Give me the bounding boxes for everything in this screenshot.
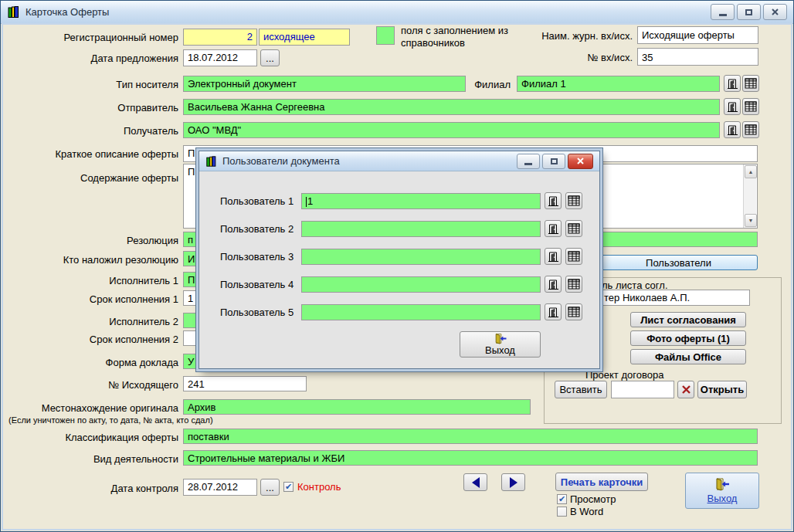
user5-field[interactable] <box>301 304 541 320</box>
control-checkbox[interactable] <box>283 482 294 492</box>
reg-direction-field[interactable]: исходящее <box>259 29 350 46</box>
close-button[interactable] <box>763 4 787 20</box>
table-icon <box>745 124 757 135</box>
door-icon <box>727 78 738 90</box>
office-files-button[interactable]: Файлы Office <box>630 349 746 364</box>
executor2-label: Исполнитель 2 <box>7 316 178 327</box>
exit-door-icon <box>714 477 731 491</box>
scroll-up-icon[interactable]: ▲ <box>745 165 757 178</box>
door-icon <box>727 101 738 113</box>
table-icon <box>568 195 580 206</box>
user4-table-button[interactable] <box>565 276 582 293</box>
outgoing-number-label: № Исходящего <box>7 379 178 391</box>
original-location-field[interactable]: Архив <box>183 399 531 415</box>
dialog-minimize-button[interactable] <box>517 154 540 169</box>
maximize-button[interactable] <box>737 4 761 20</box>
user3-table-button[interactable] <box>565 248 582 265</box>
contract-file-field[interactable] <box>611 381 674 398</box>
activity-field[interactable]: Строительные материалы и ЖБИ <box>183 450 758 466</box>
resolution-label: Резолюция <box>7 235 178 246</box>
user5-dictionary-button[interactable] <box>545 303 562 320</box>
contract-delete-button[interactable] <box>677 381 694 398</box>
outgoing-number-field[interactable]: 241 <box>183 376 307 391</box>
sender-table-button[interactable] <box>742 98 759 115</box>
table-icon <box>745 78 757 89</box>
branch-label: Филиал <box>461 79 511 90</box>
user2-field[interactable] <box>301 221 541 237</box>
recipient-field[interactable]: ОАО "МВД" <box>183 122 720 138</box>
classification-label: Классификация оферты <box>7 432 178 443</box>
user2-dictionary-button[interactable] <box>545 220 562 237</box>
branch-dictionary-button[interactable] <box>724 75 741 92</box>
sender-field[interactable]: Васильева Жанна Сергеевна <box>183 99 720 115</box>
sender-dictionary-button[interactable] <box>724 98 741 115</box>
io-number-field[interactable]: 35 <box>637 48 758 66</box>
classification-field[interactable]: поставки <box>183 429 758 444</box>
reg-number-field[interactable]: 2 <box>183 29 257 46</box>
dialog-close-button[interactable] <box>568 154 593 169</box>
minimize-button[interactable] <box>711 4 735 20</box>
door-icon <box>548 195 559 207</box>
deadline2-label: Срок исполнения 2 <box>7 334 178 345</box>
table-icon <box>568 279 580 290</box>
content-label: Содержание оферты <box>7 172 178 184</box>
user1-table-button[interactable] <box>565 192 582 209</box>
original-location-note: (Если уничтожен по акту, то дата, № акта… <box>8 415 213 425</box>
offer-card-window: Карточка Оферты Регистрационный номер 2 … <box>0 0 794 532</box>
user2-table-button[interactable] <box>565 220 582 237</box>
exit-button[interactable]: Выход <box>685 473 759 509</box>
contract-insert-button[interactable]: Вставить <box>555 381 607 398</box>
contract-open-button[interactable]: Открыть <box>697 381 747 398</box>
offer-photo-button[interactable]: Фото оферты (1) <box>630 330 746 346</box>
user5-label: Пользователь 5 <box>220 307 294 318</box>
media-type-field[interactable]: Электронный документ <box>183 76 466 92</box>
user5-table-button[interactable] <box>565 303 582 320</box>
dialog-titlebar: Пользователи документа <box>199 151 599 171</box>
branch-field[interactable]: Филиал 1 <box>517 76 720 92</box>
content-scrollbar[interactable]: ▲ ▼ <box>743 164 756 228</box>
door-icon <box>548 307 559 318</box>
offer-date-field[interactable]: 18.07.2012 <box>183 49 257 66</box>
scroll-down-icon[interactable]: ▼ <box>745 214 757 227</box>
users-button[interactable]: Пользователи <box>599 255 758 270</box>
approval-sheet-button[interactable]: Лист согласования <box>630 312 746 327</box>
exit-door-icon <box>493 333 508 344</box>
user4-label: Пользователь 4 <box>220 279 294 290</box>
branch-table-button[interactable] <box>742 75 759 92</box>
journal-field[interactable]: Исходящие оферты <box>637 26 758 44</box>
approval-sheet-author-field[interactable]: тер Николаев А.П. <box>588 290 750 306</box>
user1-dictionary-button[interactable] <box>545 192 562 209</box>
offer-date-browse-button[interactable]: ... <box>260 49 280 66</box>
dialog-exit-button[interactable]: Выход <box>460 331 541 357</box>
preview-checkbox-label: Просмотр <box>570 493 616 505</box>
books-icon <box>205 155 218 168</box>
reg-number-label: Регистрационный номер <box>7 32 178 43</box>
preview-checkbox[interactable] <box>557 494 567 504</box>
user4-field[interactable] <box>301 276 541 293</box>
control-date-label: Дата контроля <box>7 483 178 494</box>
short-desc-label: Краткое описание оферты <box>7 148 178 160</box>
word-checkbox[interactable] <box>557 507 567 517</box>
print-card-button[interactable]: Печать карточки <box>555 473 648 491</box>
original-location-label: Местонахождение оригинала <box>7 402 178 414</box>
table-icon <box>568 223 580 234</box>
recipient-table-button[interactable] <box>742 121 759 138</box>
next-record-button[interactable] <box>501 473 525 491</box>
door-icon <box>548 223 559 235</box>
user3-field[interactable] <box>301 249 541 265</box>
close-icon <box>576 157 585 165</box>
prev-record-button[interactable] <box>463 473 487 491</box>
recipient-label: Получатель <box>7 125 178 137</box>
user1-field[interactable]: 1 <box>301 193 541 209</box>
control-date-field[interactable]: 28.07.2012 <box>183 479 257 496</box>
user4-dictionary-button[interactable] <box>545 276 562 293</box>
media-type-label: Тип носителя <box>7 79 178 90</box>
recipient-dictionary-button[interactable] <box>724 121 741 138</box>
sender-label: Отправитель <box>7 102 178 114</box>
main-titlebar: Карточка Оферты <box>1 1 793 24</box>
journal-label: Наим. журн. вх/исх. <box>503 30 633 42</box>
table-icon <box>568 307 580 317</box>
control-date-browse-button[interactable]: ... <box>260 479 280 496</box>
user3-dictionary-button[interactable] <box>545 248 562 265</box>
dialog-maximize-button[interactable] <box>542 154 565 169</box>
